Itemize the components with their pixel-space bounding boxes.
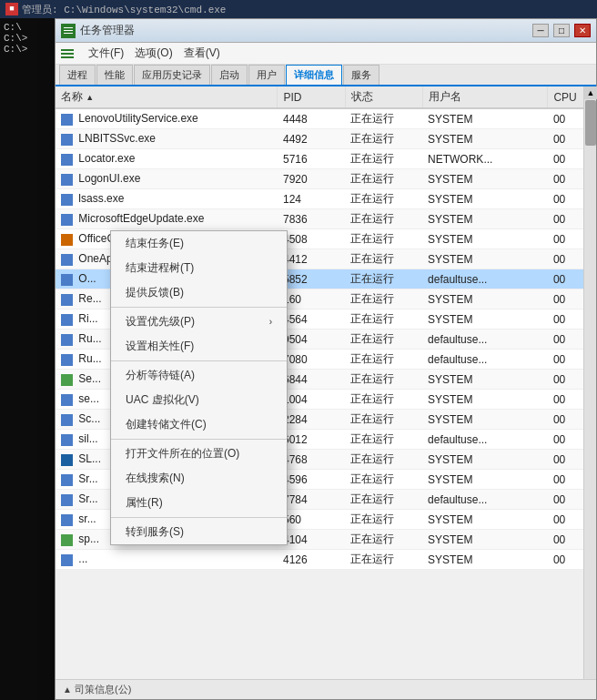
proc-status: 正在运行: [345, 490, 422, 510]
proc-name: Re...: [78, 292, 101, 305]
table-row[interactable]: MicrosoftEdgeUpdate.exe 7836 正在运行 SYSTEM…: [56, 209, 596, 229]
ctx-menu-item[interactable]: 结束任务(E): [111, 231, 287, 256]
ctx-menu-item[interactable]: 创建转储文件(C): [111, 412, 287, 437]
table-row[interactable]: Locator.exe 5716 正在运行 NETWORK... 00: [56, 149, 596, 169]
tab-app-history[interactable]: 应用历史记录: [134, 65, 210, 85]
close-button[interactable]: ✕: [574, 24, 591, 37]
menu-file[interactable]: 文件(F): [85, 44, 127, 63]
proc-icon: [61, 434, 73, 446]
ctx-menu-item[interactable]: 设置优先级(P)›: [111, 309, 287, 334]
proc-icon: [61, 134, 73, 146]
scrollbar-thumb[interactable]: [585, 100, 596, 146]
proc-user: defaultuse...: [422, 269, 548, 289]
tab-services[interactable]: 服务: [343, 65, 379, 85]
proc-name: O...: [78, 272, 96, 285]
tab-performance[interactable]: 性能: [96, 65, 133, 85]
proc-status: 正在运行: [345, 450, 422, 470]
proc-user: defaultuse...: [422, 430, 548, 450]
proc-user: SYSTEM: [422, 390, 548, 410]
proc-pid: 4126: [278, 550, 345, 570]
context-menu: 结束任务(E)结束进程树(T)提供反馈(B)设置优先级(P)›设置相关性(F)分…: [110, 230, 288, 545]
ctx-menu-item[interactable]: UAC 虚拟化(V): [111, 388, 287, 412]
menu-view[interactable]: 查看(V): [180, 44, 224, 63]
maximize-button[interactable]: □: [553, 24, 570, 37]
table-row[interactable]: ... 4126 正在运行 SYSTEM 00: [56, 550, 596, 570]
proc-user: SYSTEM: [422, 169, 548, 189]
proc-icon: [61, 154, 73, 166]
ctx-submenu-arrow: ›: [269, 317, 272, 327]
proc-name: LogonUI.exe: [78, 172, 140, 185]
proc-pid: 6012: [278, 430, 345, 450]
tab-startup[interactable]: 启动: [211, 65, 248, 85]
proc-user: SYSTEM: [422, 108, 548, 129]
proc-icon: [61, 454, 73, 466]
table-row[interactable]: LNBITSSvc.exe 4492 正在运行 SYSTEM 00: [56, 129, 596, 149]
proc-icon: [61, 394, 73, 406]
proc-user: defaultuse...: [422, 350, 548, 370]
proc-status: 正在运行: [345, 189, 422, 209]
scroll-up-arrow[interactable]: ▲: [584, 86, 597, 99]
menu-options[interactable]: 选项(O): [131, 44, 176, 63]
proc-user: SYSTEM: [422, 229, 548, 249]
proc-name: sr...: [78, 512, 96, 525]
proc-status: 正在运行: [345, 108, 422, 129]
col-user[interactable]: 用户名: [422, 86, 548, 108]
proc-pid: 4768: [278, 450, 345, 470]
ctx-menu-item[interactable]: 结束进程树(T): [111, 256, 287, 280]
table-row[interactable]: lsass.exe 124 正在运行 SYSTEM 00: [56, 189, 596, 209]
tm-icon: [61, 24, 76, 38]
proc-name: Ru...: [78, 352, 101, 365]
ctx-menu-item[interactable]: 设置相关性(F): [111, 334, 287, 359]
proc-pid: 124: [278, 189, 345, 209]
tab-details[interactable]: 详细信息: [286, 65, 342, 85]
ctx-menu-item[interactable]: 属性(R): [111, 491, 287, 515]
proc-name: MicrosoftEdgeUpdate.exe: [78, 212, 204, 225]
proc-pid: 7920: [278, 169, 345, 189]
proc-pid: 5852: [278, 269, 345, 289]
table-row[interactable]: LogonUI.exe 7920 正在运行 SYSTEM 00: [56, 169, 596, 189]
minimize-button[interactable]: ─: [532, 24, 549, 37]
ctx-item-label: 创建转储文件(C): [126, 417, 207, 432]
proc-name-cell: LNBITSSvc.exe: [56, 129, 278, 149]
table-header: 名称 ▲ PID 状态 用户名 CPU: [56, 86, 596, 108]
tm-app-icon: [61, 46, 77, 61]
proc-status: 正在运行: [345, 530, 422, 550]
proc-icon: [61, 534, 73, 546]
tm-title: 任务管理器: [80, 23, 528, 38]
menu-bar: 文件(F) 选项(O) 查看(V): [56, 43, 596, 65]
proc-name-cell: MicrosoftEdgeUpdate.exe: [56, 209, 278, 229]
tab-users[interactable]: 用户: [248, 65, 285, 85]
ctx-item-label: 提供反馈(B): [126, 285, 184, 300]
proc-status: 正在运行: [345, 289, 422, 309]
ctx-menu-item[interactable]: 分析等待链(A): [111, 363, 287, 388]
col-status[interactable]: 状态: [345, 86, 422, 108]
ctx-item-label: 打开文件所在的位置(O): [126, 446, 239, 462]
proc-status: 正在运行: [345, 550, 422, 570]
proc-name: Ru...: [78, 332, 101, 345]
proc-status: 正在运行: [345, 390, 422, 410]
proc-name-cell: LenovoUtilityService.exe: [56, 108, 278, 129]
tab-processes[interactable]: 进程: [59, 65, 96, 85]
ctx-separator: [111, 360, 287, 361]
col-pid[interactable]: PID: [278, 86, 345, 108]
proc-icon: [61, 194, 73, 206]
proc-pid: 4104: [278, 530, 345, 550]
ctx-menu-item[interactable]: 提供反馈(B): [111, 280, 287, 305]
proc-name-cell: lsass.exe: [56, 189, 278, 209]
proc-name: Se...: [78, 372, 101, 385]
proc-user: defaultuse...: [422, 330, 548, 350]
proc-pid: 6844: [278, 370, 345, 390]
ctx-menu-item[interactable]: 打开文件所在的位置(O): [111, 441, 287, 466]
table-row[interactable]: LenovoUtilityService.exe 4448 正在运行 SYSTE…: [56, 108, 596, 129]
proc-user: NETWORK...: [422, 149, 548, 169]
proc-user: SYSTEM: [422, 289, 548, 309]
col-name[interactable]: 名称 ▲: [56, 86, 278, 108]
proc-name: Sr...: [78, 472, 97, 485]
cmd-titlebar: ■ 管理员: C:\Windows\system32\cmd.exe: [0, 0, 597, 18]
proc-pid: 4492: [278, 129, 345, 149]
ctx-menu-item[interactable]: 在线搜索(N): [111, 466, 287, 491]
proc-status: 正在运行: [345, 370, 422, 390]
ctx-menu-item[interactable]: 转到服务(S): [111, 520, 287, 544]
scrollbar[interactable]: ▲: [583, 86, 596, 679]
proc-icon: [61, 314, 73, 326]
